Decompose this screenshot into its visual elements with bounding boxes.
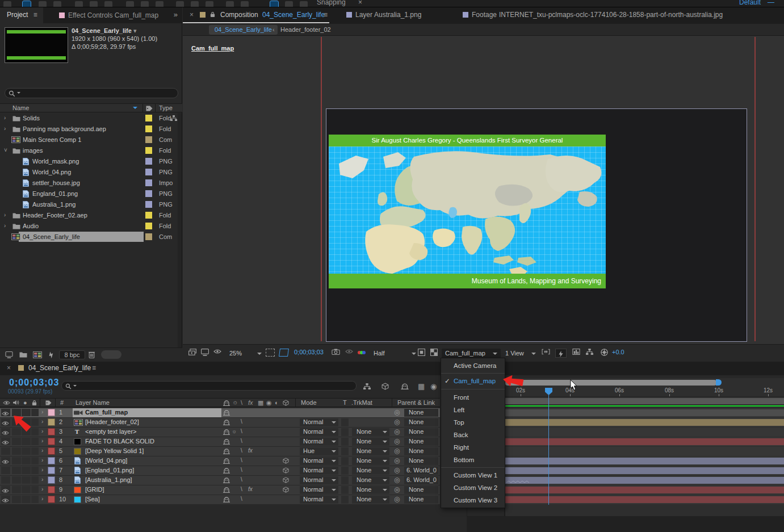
label-swatch[interactable] (145, 212, 152, 219)
hide-shy-layers-icon[interactable] (401, 383, 409, 389)
menu-item-custom-view-2[interactable]: Custom View 2 (441, 481, 505, 494)
mode-dropdown[interactable]: Normal (300, 496, 338, 504)
lock-toggle[interactable] (31, 447, 39, 455)
tab-footage-prefix[interactable]: Footage (472, 11, 497, 19)
trkmat-dropdown[interactable]: None (352, 496, 389, 504)
region-of-interest-icon[interactable] (279, 349, 289, 357)
layer-duration-bar[interactable] (505, 458, 784, 464)
breadcrumb-parent-comp[interactable]: Header_footer_02 (280, 26, 331, 33)
3d-layer-switch[interactable] (283, 487, 289, 493)
expander-icon[interactable]: › (41, 447, 43, 454)
trkmat-dropdown[interactable]: None (352, 486, 389, 494)
breadcrumb-back-icon[interactable]: ‹ (272, 26, 275, 33)
project-item-images[interactable]: ˅ images Fold (0, 145, 178, 156)
video-column-eye-icon[interactable] (3, 400, 10, 405)
flowchart-icon[interactable] (586, 349, 593, 355)
menu-item-left[interactable]: Left (441, 404, 505, 416)
layer-name[interactable]: [Sea] (85, 496, 100, 502)
brush-tool-icon[interactable] (176, 1, 184, 7)
resolution-region-icon[interactable] (266, 349, 275, 357)
frame-blend-switch-icon[interactable]: ▦ (258, 399, 263, 407)
viewer-current-time[interactable]: 0;00;03;03 (294, 349, 324, 355)
search-options-icon[interactable] (17, 92, 20, 94)
tab-effect-controls[interactable]: Effect Controls Cam_full_map (59, 11, 158, 19)
tab-composition-name[interactable]: 04_Scene_Early_life (262, 11, 325, 19)
layer-row-10[interactable]: › 10 [Sea] \ Normal None ◎ None (0, 495, 440, 504)
label-swatch[interactable] (145, 179, 152, 186)
audio-toggle[interactable] (12, 486, 21, 493)
expander-icon[interactable]: › (41, 428, 43, 434)
layer-row-2[interactable]: › 2 [Header_footer_02] \ Normal ◎ None (0, 418, 440, 427)
preserve-transparency-toggle[interactable] (341, 457, 349, 465)
solo-toggle[interactable] (22, 447, 31, 455)
layer-row-9[interactable]: › 9 [GRID] \ fx Normal None ◎ None (0, 485, 440, 495)
shy-switch[interactable] (223, 429, 230, 435)
lock-toggle[interactable] (31, 457, 39, 464)
layer-duration-bar[interactable] (505, 496, 784, 503)
resolution-dropdown[interactable]: Half (370, 349, 420, 358)
layer-row-7[interactable]: › 7 [England_01.png] \ Normal None ◎ 6. … (0, 466, 440, 475)
layer-name[interactable]: [Deep Yellow Solid 1] (85, 447, 144, 454)
tab-layer-name[interactable]: Australia_1.png (374, 11, 421, 19)
quality-switch[interactable]: \ (241, 428, 242, 434)
lock-icon[interactable] (210, 11, 215, 18)
label-swatch[interactable] (48, 486, 55, 493)
rotate-tool-icon[interactable] (75, 1, 83, 7)
menu-item-custom-view-1[interactable]: Custom View 1 (441, 469, 505, 481)
lock-toggle[interactable] (31, 438, 39, 445)
scroll-thumb[interactable] (101, 350, 121, 359)
adjustment-switch-icon[interactable]: ◐ (275, 399, 279, 406)
exposure-value[interactable]: +0.0 (612, 349, 624, 355)
parent-dropdown[interactable]: 6. World_0 (404, 476, 438, 484)
project-search-input[interactable] (5, 88, 178, 98)
time-navigator-bar[interactable] (505, 380, 716, 386)
current-time-display[interactable]: 0;00;03;03 (9, 378, 59, 388)
track-row-6[interactable] (505, 456, 784, 466)
mask-tool-icon[interactable] (285, 1, 293, 7)
mode-dropdown[interactable]: Hue (300, 447, 338, 455)
expander-icon[interactable]: › (4, 125, 6, 132)
track-row-1[interactable] (505, 408, 784, 417)
project-item-main-screen-comp[interactable]: Main Screen Comp 1 Com (0, 135, 178, 145)
align-tool-icon[interactable] (270, 1, 278, 7)
track-row-10[interactable] (505, 495, 784, 504)
layer-row-5[interactable]: › 5 [Deep Yellow Solid 1] \ fx Hue None … (0, 447, 440, 456)
quality-switch[interactable]: \ (241, 418, 242, 425)
track-row-9[interactable] (505, 485, 784, 495)
pickwhip-icon[interactable]: ◎ (394, 495, 400, 503)
trkmat-dropdown[interactable]: None (352, 438, 389, 446)
viewer-canvas[interactable]: Cam_full_map Sir August Charles Gregory … (183, 36, 784, 344)
solo-toggle[interactable] (22, 496, 31, 503)
roto-brush-tool-icon[interactable] (226, 1, 234, 7)
hand-tool-icon[interactable] (39, 1, 47, 7)
track-tool-icon[interactable] (300, 1, 308, 7)
project-item-04-scene-early-life[interactable]: 04_Scene_Early_life Com (0, 232, 178, 242)
shy-switch[interactable] (223, 468, 230, 474)
expander-icon[interactable]: › (41, 467, 43, 473)
channels-icon[interactable] (358, 349, 366, 355)
fast-previews-icon[interactable] (555, 349, 567, 358)
menu-item-right[interactable]: Right (441, 441, 505, 454)
visibility-toggle[interactable] (1, 438, 10, 445)
type-tool-icon[interactable] (156, 1, 163, 7)
shy-switch[interactable] (223, 410, 230, 416)
tab-footage-name[interactable]: INTERNET_txu-pclmaps-oclc-1774106-28-185… (499, 11, 723, 19)
label-swatch[interactable] (145, 115, 152, 122)
shy-switch[interactable] (223, 420, 230, 425)
lock-toggle[interactable] (31, 486, 39, 493)
pickwhip-icon[interactable]: ◎ (394, 418, 400, 426)
mode-dropdown[interactable]: Normal (300, 467, 338, 475)
breadcrumb-current-comp[interactable]: 04_Scene_Early_life (209, 25, 278, 35)
pickwhip-icon[interactable]: ◎ (394, 456, 400, 464)
solo-toggle[interactable] (22, 438, 31, 445)
3d-view-dropdown[interactable]: Cam_full_map (442, 349, 501, 358)
fx-switch[interactable]: fx (248, 447, 253, 454)
checkerboard-icon[interactable] (430, 349, 438, 356)
track-row-7[interactable] (505, 466, 784, 475)
menu-item-cam-full-map[interactable]: ✓Cam_full_map (441, 375, 505, 387)
parent-dropdown[interactable]: None (404, 486, 438, 494)
pickwhip-icon[interactable]: ◎ (394, 485, 400, 493)
expander-icon[interactable]: › (41, 418, 43, 425)
type-column-header[interactable]: Type (159, 104, 173, 111)
quality-switch[interactable]: \ (241, 467, 242, 473)
